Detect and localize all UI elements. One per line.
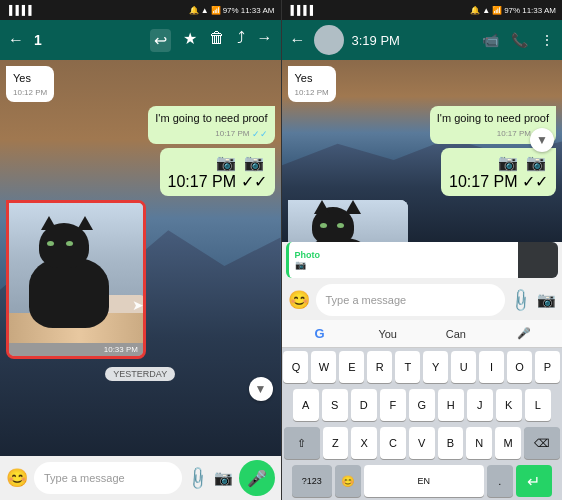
more-options-button[interactable]: ⋮ [540,32,554,48]
key-o[interactable]: O [507,351,532,383]
suggestion-you[interactable]: You [354,328,422,340]
suggestion-can[interactable]: Can [422,328,490,340]
key-n[interactable]: N [466,427,492,459]
key-l[interactable]: L [525,389,551,421]
panel-right: ▐▐▐▐ 🔔 ▲ 📶 97% 11:33 AM ← 3:19 PM 📹 📞 ⋮ … [282,0,563,500]
back-button-right[interactable]: ← [290,31,306,49]
wifi-icon: ▲ [201,6,209,15]
key-e[interactable]: E [339,351,364,383]
chat-input-area-left: 😊 Type a message 📎 📷 🎤 [0,456,281,500]
cat-photo-bg-right [288,200,408,242]
key-v[interactable]: V [409,427,435,459]
key-s[interactable]: S [322,389,348,421]
message-received-yes: Yes 10:12 PM [6,66,54,102]
back-button[interactable]: ← [8,31,24,49]
msg-received-yes-right: Yes 10:12 PM [288,66,336,102]
delete-button[interactable]: 🗑 [209,29,225,52]
cat-ear-left-right [314,200,330,214]
camera-icons-right: 📷 📷 [498,153,548,172]
key-c[interactable]: C [380,427,406,459]
reply-label: Photo [295,250,513,260]
emoji-key[interactable]: 😊 [335,465,361,497]
key-g[interactable]: G [409,389,435,421]
scroll-down-right[interactable]: ▼ [530,128,554,152]
camera-button[interactable]: 📷 [214,469,233,487]
video-call-button[interactable]: 📹 [482,32,499,48]
key-j[interactable]: J [467,389,493,421]
attach-button-right[interactable]: 📎 [507,286,535,314]
key-m[interactable]: M [495,427,521,459]
attach-button[interactable]: 📎 [184,464,212,492]
backspace-key[interactable]: ⌫ [524,427,560,459]
date-separator: YESTERDAY [105,367,175,381]
read-ticks: ✓✓ [522,173,548,190]
reply-button[interactable]: ↩ [150,29,171,52]
shift-key[interactable]: ⇧ [284,427,320,459]
emoji-button[interactable]: 😊 [6,467,28,489]
keyboard-row-1: Q W E R T Y U I O P [282,348,563,386]
message-text: I'm going to need proof [437,111,549,126]
reply-image-thumbnail [518,242,558,278]
key-x[interactable]: X [351,427,377,459]
message-input-left[interactable]: Type a message [34,462,182,494]
key-f[interactable]: F [380,389,406,421]
time-display: 11:33 AM [241,6,275,15]
key-q[interactable]: Q [283,351,308,383]
message-list-left: Yes 10:12 PM I'm going to need proof 10:… [0,60,281,391]
reply-preview-content: Photo 📷 [289,247,519,273]
input-section-right: Photo 📷 😊 Type a message 📎 📷 [282,242,563,320]
keyboard-row-2: A S D F G H J K L [282,386,563,424]
volume-icon: 🔔 [189,6,199,15]
image-time: 10:33 PM [104,345,138,354]
cat-eyes-right [320,223,344,228]
mic-button[interactable]: 🎤 [239,460,275,496]
key-r[interactable]: R [367,351,392,383]
key-y[interactable]: Y [423,351,448,383]
input-placeholder: Type a message [44,472,125,484]
message-time: 10:17 PM ✓✓ [449,172,548,191]
cat-eye-l [320,223,327,228]
space-key[interactable]: EN [364,465,484,497]
virtual-keyboard: G You Can 🎤 Q W E R T Y U I O P A S D F … [282,320,563,500]
voice-call-button[interactable]: 📞 [511,32,528,48]
key-b[interactable]: B [438,427,464,459]
scroll-down-button[interactable]: ▼ [249,377,273,401]
key-u[interactable]: U [451,351,476,383]
message-camera-icons: 📷 📷 10:17 PM ✓✓ [160,148,275,196]
period-key[interactable]: . [487,465,513,497]
star-button[interactable]: ★ [183,29,197,52]
key-z[interactable]: Z [323,427,349,459]
contact-info[interactable]: 3:19 PM [352,33,475,48]
key-w[interactable]: W [311,351,336,383]
read-ticks: ✓✓ [241,173,267,190]
message-image-cat[interactable]: ➤ 10:33 PM [6,200,146,359]
message-text: Yes [13,71,47,86]
key-a[interactable]: A [293,389,319,421]
key-t[interactable]: T [395,351,420,383]
share-button[interactable]: ⤴ [237,29,245,52]
chat-input-area-right: 😊 Type a message 📎 📷 [282,280,563,320]
num-key[interactable]: ?123 [292,465,332,497]
keyboard-row-3: ⇧ Z X C V B N M ⌫ [282,424,563,462]
message-input-right[interactable]: Type a message [316,284,506,316]
cat-photo-bg [9,203,146,343]
key-d[interactable]: D [351,389,377,421]
image-footer: 10:33 PM [9,343,143,356]
emoji-button-right[interactable]: 😊 [288,289,310,311]
message-image-cat-right[interactable]: 10:33 PM [288,200,408,242]
forward-button[interactable]: → [257,29,273,52]
key-h[interactable]: H [438,389,464,421]
key-i[interactable]: I [479,351,504,383]
camera-button-right[interactable]: 📷 [537,291,556,309]
keyboard-mic-icon[interactable]: 🎤 [490,327,558,340]
enter-key[interactable]: ↵ [516,465,552,497]
contact-avatar[interactable] [314,25,344,55]
keyboard-suggestions: G You Can 🎤 [282,320,563,348]
cat-body [29,258,109,328]
status-bar-left: ▐▐▐▐ 🔔 ▲ 📶 97% 11:33 AM [0,0,281,20]
key-k[interactable]: K [496,389,522,421]
volume-icon-right: 🔔 [470,6,480,15]
status-bar-right: ▐▐▐▐ 🔔 ▲ 📶 97% 11:33 AM [282,0,563,20]
input-placeholder-right: Type a message [326,294,407,306]
key-p[interactable]: P [535,351,560,383]
